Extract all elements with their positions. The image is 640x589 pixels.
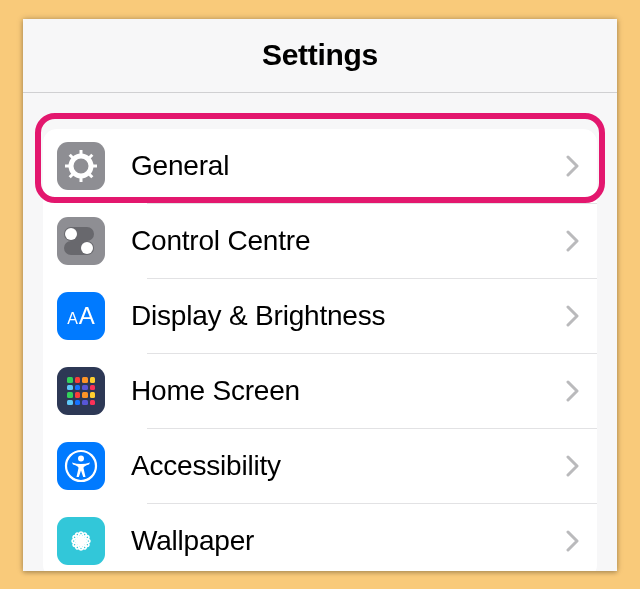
svg-point-20 bbox=[78, 538, 84, 544]
row-label: Control Centre bbox=[131, 225, 566, 257]
svg-line-8 bbox=[89, 155, 93, 159]
row-label: Wallpaper bbox=[131, 525, 566, 557]
row-accessibility[interactable]: Accessibility bbox=[43, 429, 597, 504]
aa-icon: AA bbox=[57, 292, 105, 340]
flower-icon bbox=[57, 517, 105, 565]
accessibility-body-icon bbox=[57, 442, 105, 490]
row-label: Display & Brightness bbox=[131, 300, 566, 332]
chevron-right-icon bbox=[566, 155, 579, 177]
chevron-right-icon bbox=[566, 230, 579, 252]
row-wallpaper[interactable]: Wallpaper bbox=[43, 504, 597, 571]
row-general[interactable]: General bbox=[43, 129, 597, 204]
chevron-right-icon bbox=[566, 455, 579, 477]
chevron-right-icon bbox=[566, 530, 579, 552]
svg-point-13 bbox=[78, 456, 84, 462]
row-display-brightness[interactable]: AA Display & Brightness bbox=[43, 279, 597, 354]
row-home-screen[interactable]: Home Screen bbox=[43, 354, 597, 429]
settings-group: General Control Centre AA Display & Brig… bbox=[43, 129, 597, 571]
toggles-icon bbox=[57, 217, 105, 265]
header: Settings bbox=[23, 19, 617, 93]
settings-window: Settings bbox=[23, 19, 617, 571]
chevron-right-icon bbox=[566, 305, 579, 327]
svg-line-5 bbox=[70, 155, 74, 159]
row-label: Home Screen bbox=[131, 375, 566, 407]
app-grid-icon bbox=[57, 367, 105, 415]
row-label: General bbox=[131, 150, 566, 182]
gear-icon bbox=[57, 142, 105, 190]
row-label: Accessibility bbox=[131, 450, 566, 482]
chevron-right-icon bbox=[566, 380, 579, 402]
svg-line-7 bbox=[70, 174, 74, 178]
page-title: Settings bbox=[262, 38, 378, 72]
row-control-centre[interactable]: Control Centre bbox=[43, 204, 597, 279]
svg-line-6 bbox=[89, 174, 93, 178]
